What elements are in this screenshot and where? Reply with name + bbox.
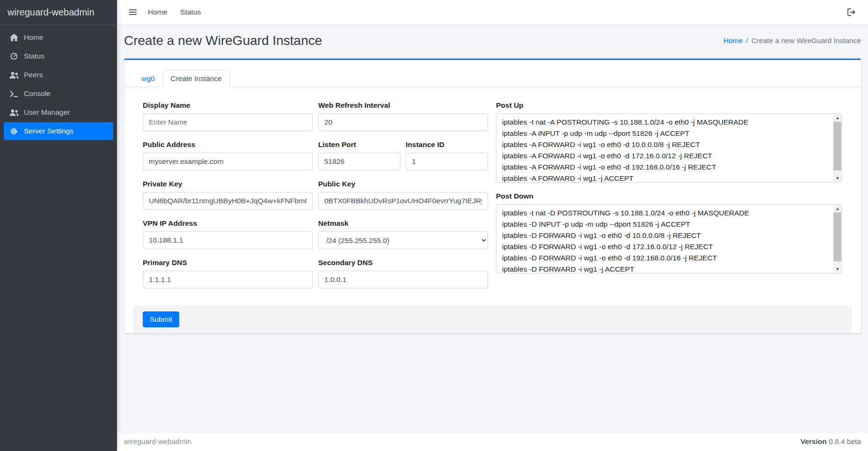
primary-dns-group: Primary DNS: [143, 259, 313, 288]
hamburger-icon: [129, 9, 137, 15]
scroll-up-button[interactable]: [833, 205, 841, 213]
page-title: Create a new WireGuard Instance: [124, 33, 322, 48]
gears-icon: [7, 127, 20, 135]
instance-id-group: Instance ID: [406, 140, 488, 170]
terminal-icon: [7, 90, 20, 97]
private-key-input[interactable]: [143, 192, 313, 210]
breadcrumb-home-link[interactable]: Home: [723, 37, 743, 45]
listen-port-input[interactable]: [318, 153, 401, 170]
primary-dns-label: Primary DNS: [143, 259, 313, 267]
primary-dns-input[interactable]: [143, 271, 313, 288]
tab-wg0[interactable]: wg0: [133, 70, 162, 87]
secondary-dns-label: Secondary DNS: [318, 259, 488, 267]
navbar-link-home[interactable]: Home: [141, 4, 174, 20]
public-address-input[interactable]: [143, 153, 313, 170]
top-navbar: Home Status: [117, 0, 868, 25]
private-key-group: Private Key: [143, 180, 313, 210]
web-refresh-interval-input[interactable]: [318, 113, 488, 131]
vpn-ip-group: VPN IP Address: [143, 219, 313, 249]
netmask-select[interactable]: /24 (255.255.255.0): [318, 231, 488, 249]
navbar-left: Home Status: [124, 4, 207, 20]
tachometer-icon: [7, 52, 20, 60]
sign-out-icon: [847, 8, 856, 16]
page-footer: wireguard-webadmin Version 0.8.4 beta: [117, 432, 868, 451]
users-icon: [7, 72, 20, 79]
sidebar-item-peers[interactable]: Peers: [4, 66, 113, 84]
post-down-scrollbar[interactable]: [833, 205, 841, 273]
sidebar-item-home[interactable]: Home: [4, 29, 113, 46]
secondary-dns-input[interactable]: [318, 271, 488, 288]
submit-button[interactable]: Submit: [143, 311, 179, 327]
secondary-dns-group: Secondary DNS: [318, 259, 488, 288]
private-key-label: Private Key: [143, 180, 313, 188]
logout-button[interactable]: [843, 5, 861, 20]
sidebar-nav: Home Status Peers Console: [0, 25, 117, 145]
brand-link[interactable]: wireguard-webadmin: [0, 0, 117, 25]
app-root: wireguard-webadmin Home Status Peers: [0, 0, 868, 451]
post-up-group: Post Up iptables -t nat -A POSTROUTING -…: [496, 101, 842, 183]
user-manager-icon: [7, 109, 20, 116]
tab-bar: wg0 Create Instance: [124, 70, 861, 87]
home-icon: [7, 34, 20, 41]
instance-card: wg0 Create Instance Display Name Web Ref…: [124, 59, 861, 333]
instance-form: Display Name Web Refresh Interval Public…: [124, 87, 861, 298]
sidebar-item-label: Peers: [24, 71, 43, 79]
instance-id-label: Instance ID: [406, 140, 488, 149]
post-up-label: Post Up: [496, 101, 842, 110]
sidebar-item-user-manager[interactable]: User Manager: [4, 104, 113, 121]
form-footer: Submit: [133, 305, 852, 333]
public-key-input[interactable]: [318, 192, 488, 210]
sidebar-item-label: User Manager: [24, 108, 70, 117]
sidebar: wireguard-webadmin Home Status Peers: [0, 0, 117, 451]
vpn-ip-label: VPN IP Address: [143, 219, 313, 228]
public-key-group: Public Key: [318, 180, 488, 210]
netmask-group: Netmask /24 (255.255.255.0): [318, 219, 488, 249]
sidebar-item-label: Server Settings: [24, 127, 73, 135]
sidebar-item-label: Home: [24, 33, 43, 42]
version-text: Version 0.8.4 beta: [801, 437, 861, 446]
netmask-label: Netmask: [318, 219, 488, 228]
public-address-group: Public Address: [143, 140, 313, 170]
scroll-down-button[interactable]: [833, 174, 841, 182]
version-label: Version: [801, 437, 827, 445]
post-up-textarea[interactable]: iptables -t nat -A POSTROUTING -s 10.188…: [496, 113, 842, 183]
sidebar-toggle-button[interactable]: [124, 5, 141, 19]
post-down-textarea[interactable]: iptables -t nat -D POSTROUTING -s 10.188…: [496, 204, 842, 274]
web-refresh-interval-label: Web Refresh Interval: [318, 101, 488, 110]
display-name-label: Display Name: [143, 101, 313, 110]
post-down-label: Post Down: [496, 192, 842, 200]
sidebar-item-label: Console: [24, 89, 51, 98]
instance-id-input[interactable]: [406, 153, 488, 170]
vpn-ip-input[interactable]: [143, 231, 313, 249]
listen-port-group: Listen Port: [318, 140, 401, 170]
sidebar-item-status[interactable]: Status: [4, 47, 113, 65]
web-refresh-interval-group: Web Refresh Interval: [318, 101, 488, 131]
scrollbar-thumb[interactable]: [833, 122, 841, 170]
display-name-group: Display Name: [143, 101, 313, 131]
form-right-column: Post Up iptables -t nat -A POSTROUTING -…: [496, 101, 842, 298]
post-down-content: iptables -t nat -D POSTROUTING -s 10.188…: [496, 205, 842, 273]
listen-port-label: Listen Port: [318, 140, 401, 149]
port-instance-row: Listen Port Instance ID: [318, 140, 488, 180]
footer-brand: wireguard-webadmin: [124, 437, 191, 446]
main-column: Home Status Create a new WireGuard Insta…: [117, 0, 868, 451]
content-area: Create a new WireGuard Instance Home / C…: [117, 25, 868, 432]
post-up-content: iptables -t nat -A POSTROUTING -s 10.188…: [496, 114, 842, 182]
public-key-label: Public Key: [318, 180, 488, 188]
post-up-scrollbar[interactable]: [833, 114, 841, 182]
brand-label: wireguard-webadmin: [7, 7, 95, 18]
display-name-input[interactable]: [143, 113, 313, 131]
scroll-up-button[interactable]: [833, 114, 841, 122]
post-down-group: Post Down iptables -t nat -D POSTROUTING…: [496, 192, 842, 274]
navbar-right: [843, 5, 861, 20]
content-header: Create a new WireGuard Instance Home / C…: [117, 25, 868, 59]
scrollbar-thumb[interactable]: [833, 213, 841, 261]
navbar-link-status[interactable]: Status: [174, 4, 207, 20]
tab-create-instance[interactable]: Create Instance: [162, 70, 229, 87]
public-address-label: Public Address: [143, 140, 313, 149]
scroll-down-button[interactable]: [833, 265, 841, 273]
sidebar-item-server-settings[interactable]: Server Settings: [4, 122, 113, 140]
sidebar-item-console[interactable]: Console: [4, 85, 113, 103]
form-left-columns: Display Name Web Refresh Interval Public…: [143, 101, 488, 298]
breadcrumb-separator: /: [746, 37, 748, 45]
